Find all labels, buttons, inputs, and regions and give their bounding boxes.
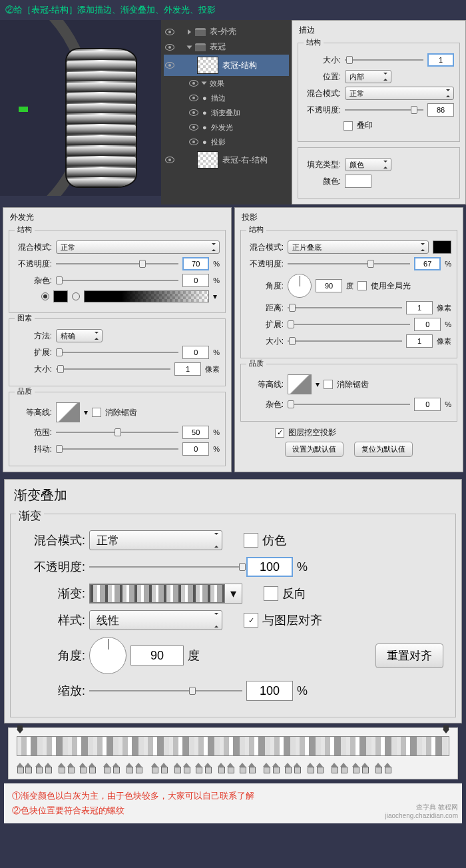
color-swatch[interactable] [345, 175, 371, 188]
align-checkbox[interactable] [244, 613, 258, 628]
color-stop[interactable] [35, 763, 42, 772]
grad-style-select[interactable]: 线性 [89, 610, 222, 630]
opacity-input[interactable] [427, 103, 454, 117]
glow-opacity-slider[interactable] [56, 258, 178, 269]
gradient-bar[interactable] [17, 736, 449, 756]
layer-group-crown[interactable]: 表冠 [164, 39, 289, 55]
color-stop[interactable] [340, 763, 347, 772]
color-stop[interactable] [294, 763, 300, 772]
shadow-noise-slider[interactable] [288, 399, 410, 410]
realign-button[interactable]: 重置对齐 [375, 644, 443, 668]
shadow-size-slider[interactable] [288, 336, 402, 346]
color-stop[interactable] [151, 763, 158, 772]
color-stop[interactable] [183, 763, 190, 772]
color-stop[interactable] [239, 763, 246, 772]
color-stop[interactable] [126, 763, 132, 772]
fx-stroke[interactable]: ●描边 [164, 91, 289, 105]
position-select[interactable]: 内部 [345, 70, 391, 83]
glow-noise-slider[interactable] [56, 275, 178, 286]
shadow-angle-input[interactable] [316, 279, 342, 292]
color-stop[interactable] [135, 763, 142, 772]
glow-color-radio[interactable] [41, 292, 49, 300]
grad-blend-select[interactable]: 正常 [89, 530, 222, 550]
glow-jitter-slider[interactable] [56, 444, 178, 454]
layer-group-shell[interactable]: 表-外壳 [164, 24, 289, 39]
glow-opacity-input[interactable] [182, 257, 209, 270]
set-default-button[interactable]: 设置为默认值 [285, 442, 344, 457]
color-stop[interactable] [227, 763, 234, 772]
shadow-contour[interactable] [288, 374, 312, 394]
color-stop[interactable] [79, 763, 86, 772]
opacity-stop[interactable] [17, 729, 23, 737]
opacity-stop[interactable] [443, 729, 449, 737]
shadow-antialias-checkbox[interactable] [324, 380, 333, 389]
visibility-icon[interactable] [189, 80, 198, 87]
size-input[interactable] [427, 53, 454, 67]
color-stop[interactable] [316, 763, 323, 772]
blend-select[interactable]: 正常 [345, 87, 454, 100]
shadow-blend-select[interactable]: 正片叠底 [288, 240, 429, 254]
grad-scale-input[interactable] [246, 681, 293, 701]
glow-gradient-radio[interactable] [72, 292, 80, 300]
color-stop[interactable] [45, 763, 51, 772]
shadow-dist-slider[interactable] [288, 302, 402, 313]
grad-angle-input[interactable] [130, 646, 184, 665]
chevron-down-icon[interactable]: ▾ [224, 584, 242, 603]
color-stop[interactable] [375, 763, 381, 772]
dither-checkbox[interactable] [244, 533, 258, 548]
shadow-angle-dial[interactable] [288, 274, 312, 298]
shadow-opacity-input[interactable] [414, 257, 441, 270]
color-stop[interactable] [103, 763, 110, 772]
color-stop[interactable] [331, 763, 338, 772]
glow-noise-input[interactable] [182, 274, 209, 287]
color-stop[interactable] [204, 763, 211, 772]
layer-crown-structure[interactable]: 表冠-结构 [164, 55, 289, 76]
glow-spread-slider[interactable] [56, 347, 178, 358]
opacity-slider[interactable] [345, 105, 423, 115]
color-stop[interactable] [58, 763, 65, 772]
color-stop[interactable] [17, 763, 23, 772]
fx-header[interactable]: 效果 [164, 76, 289, 91]
size-slider[interactable] [345, 55, 423, 65]
shadow-opacity-slider[interactable] [288, 258, 410, 269]
glow-gradient-sample[interactable] [84, 290, 209, 302]
glow-size-input[interactable] [174, 362, 201, 376]
color-stop[interactable] [284, 763, 291, 772]
color-stop[interactable] [272, 763, 279, 772]
layer-crown-right[interactable]: 表冠-右-结构 [164, 149, 289, 171]
color-stop[interactable] [174, 763, 180, 772]
shadow-size-input[interactable] [406, 334, 433, 348]
grad-opacity-slider[interactable] [89, 562, 242, 572]
expand-icon[interactable] [202, 82, 207, 85]
glow-spread-input[interactable] [182, 346, 209, 359]
reverse-checkbox[interactable] [264, 586, 278, 601]
grad-scale-slider[interactable] [89, 685, 242, 696]
shadow-spread-input[interactable] [414, 318, 441, 331]
color-stop[interactable] [361, 763, 368, 772]
color-stop[interactable] [195, 763, 202, 772]
visibility-icon[interactable] [189, 95, 198, 101]
fx-glow[interactable]: ●外发光 [164, 120, 289, 135]
visibility-icon[interactable] [189, 139, 198, 145]
gradient-picker[interactable]: ▾ [89, 584, 242, 604]
global-light-checkbox[interactable] [357, 281, 367, 290]
shadow-spread-slider[interactable] [288, 319, 410, 330]
color-stop[interactable] [218, 763, 224, 772]
fx-gradient[interactable]: ●渐变叠加 [164, 105, 289, 120]
expand-icon[interactable] [187, 45, 192, 49]
glow-antialias-checkbox[interactable] [92, 408, 101, 417]
knockout-checkbox[interactable] [275, 428, 284, 438]
collapse-icon[interactable] [188, 29, 191, 35]
shadow-color-swatch[interactable] [433, 240, 451, 254]
visibility-icon[interactable] [165, 157, 174, 163]
glow-method-select[interactable]: 精确 [56, 329, 103, 342]
color-stop[interactable] [113, 763, 119, 772]
glow-jitter-input[interactable] [182, 442, 209, 456]
color-stop[interactable] [263, 763, 270, 772]
color-stop[interactable] [248, 763, 255, 772]
color-stop[interactable] [89, 763, 95, 772]
color-stop[interactable] [307, 763, 314, 772]
grad-opacity-input[interactable] [246, 557, 293, 577]
color-stop[interactable] [25, 763, 31, 772]
visibility-icon[interactable] [189, 124, 198, 131]
